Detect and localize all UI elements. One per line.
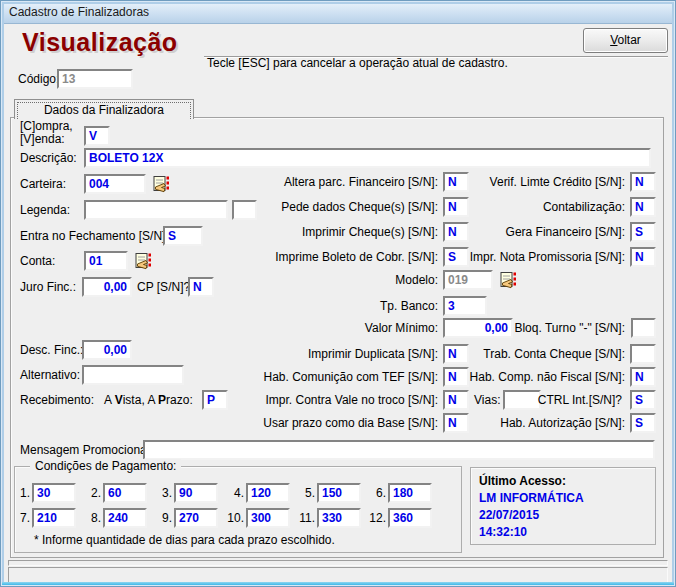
window-titlebar[interactable]: Cadastro de Finalizadoras [1,1,675,24]
codigo-label: Código: [18,69,59,89]
condicoes-pagamento-legend: Condições de Pagamento: [30,459,181,473]
tab-label: Dados da Finalizadora [17,102,191,119]
voltar-button[interactable]: Voltar [583,28,668,53]
window-title: Cadastro de Finalizadoras [9,5,149,19]
voltar-button-label: Voltar [584,30,667,51]
tab-dados-da-finalizadora[interactable]: Dados da Finalizadora [14,99,194,119]
page-title: Visualização [22,28,178,57]
bottom-divider-strip [8,560,668,566]
codigo-input[interactable]: 13 [57,69,133,89]
cadastro-finalizadoras-window: Cadastro de Finalizadoras Visualização V… [0,0,676,587]
status-bar [8,567,668,584]
esc-hint-text: Tecle [ESC] para cancelar a operação atu… [207,53,508,73]
tab-page-panel [10,117,664,558]
